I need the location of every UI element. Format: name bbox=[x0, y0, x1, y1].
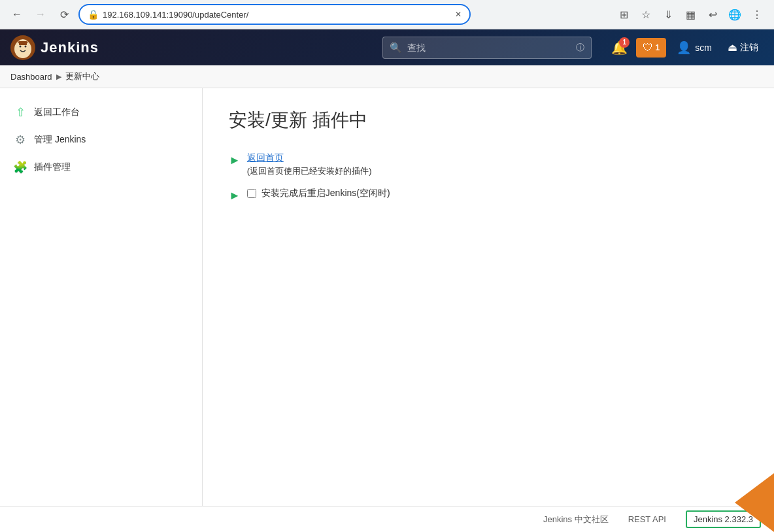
restart-label[interactable]: 安装完成后重启Jenkins(空闲时) bbox=[261, 188, 390, 199]
restart-checkbox[interactable] bbox=[247, 189, 256, 198]
user-icon: 👤 bbox=[677, 41, 691, 55]
jenkins-version-button[interactable]: Jenkins 2.332.3 bbox=[686, 510, 761, 528]
shield-icon: 🛡 bbox=[643, 42, 653, 54]
address-text: 192.168.109.141:19090/updateCenter/ bbox=[103, 10, 451, 20]
security-icon: 🔒 bbox=[88, 9, 99, 20]
bookmark-icon[interactable]: ☆ bbox=[637, 5, 655, 24]
undo-icon[interactable]: ↩ bbox=[703, 5, 722, 24]
breadcrumb-separator: ▶ bbox=[56, 73, 61, 81]
browser-chrome: ← → ⟳ 🔒 192.168.109.141:19090/updateCent… bbox=[0, 0, 774, 29]
svg-point-3 bbox=[25, 45, 27, 47]
restart-arrow-icon: ► bbox=[229, 189, 241, 203]
shield-count: 1 bbox=[655, 43, 660, 52]
forward-button[interactable]: → bbox=[31, 5, 50, 24]
translate-icon[interactable]: 🌐 bbox=[726, 5, 744, 24]
sidebar: ⇧ 返回工作台 ⚙ 管理 Jenkins 🧩 插件管理 bbox=[0, 88, 203, 506]
download-icon[interactable]: ⇓ bbox=[659, 5, 677, 24]
jenkins-title: Jenkins bbox=[41, 39, 99, 56]
breadcrumb-current: 更新中心 bbox=[65, 71, 99, 82]
breadcrumb: Dashboard ▶ 更新中心 bbox=[0, 65, 774, 88]
restart-checkbox-container: 安装完成后重启Jenkins(空闲时) bbox=[247, 188, 390, 199]
shield-button[interactable]: 🛡 1 bbox=[636, 38, 666, 58]
back-home-desc: (返回首页使用已经安装好的插件) bbox=[247, 165, 372, 177]
jenkins-header: Jenkins 🔍 ⓘ 🔔 1 🛡 1 👤 scm ⏏ 注销 bbox=[0, 29, 774, 65]
main-layout: ⇧ 返回工作台 ⚙ 管理 Jenkins 🧩 插件管理 安装/更新 插件中 ► … bbox=[0, 88, 774, 506]
logout-label: 注销 bbox=[740, 42, 758, 54]
username-label: scm bbox=[695, 42, 712, 53]
rest-api-link[interactable]: REST API bbox=[628, 514, 666, 524]
sidebar-item-back-workspace[interactable]: ⇧ 返回工作台 bbox=[0, 99, 202, 126]
notification-badge: 1 bbox=[619, 37, 630, 48]
back-home-link[interactable]: 返回首页 bbox=[247, 152, 372, 164]
svg-rect-5 bbox=[16, 42, 19, 48]
svg-rect-4 bbox=[18, 41, 28, 45]
clear-icon: ✕ bbox=[455, 10, 462, 19]
svg-rect-6 bbox=[27, 42, 29, 48]
restart-action: ► 安装完成后重启Jenkins(空闲时) bbox=[229, 188, 748, 203]
back-button[interactable]: ← bbox=[8, 5, 26, 24]
browser-action-buttons: ⊞ ☆ ⇓ ▦ ↩ 🌐 ⋮ bbox=[614, 5, 766, 24]
notification-button[interactable]: 🔔 1 bbox=[607, 36, 631, 59]
search-help-icon[interactable]: ⓘ bbox=[576, 42, 584, 54]
search-bar[interactable]: 🔍 ⓘ bbox=[382, 37, 592, 59]
svg-point-2 bbox=[20, 45, 22, 47]
page-title: 安装/更新 插件中 bbox=[229, 108, 748, 133]
sidebar-item-plugin-manager[interactable]: 🧩 插件管理 bbox=[0, 154, 202, 181]
logout-button[interactable]: ⏏ 注销 bbox=[722, 39, 764, 56]
reload-button[interactable]: ⟳ bbox=[55, 5, 73, 24]
user-info[interactable]: 👤 scm bbox=[671, 38, 717, 58]
logout-icon: ⏏ bbox=[728, 41, 737, 54]
plugin-manager-icon: 🧩 bbox=[13, 160, 27, 175]
extensions-icon[interactable]: ⊞ bbox=[614, 5, 633, 24]
search-input[interactable] bbox=[407, 42, 571, 53]
back-home-action: ► 返回首页 (返回首页使用已经安装好的插件) bbox=[229, 152, 748, 177]
header-actions: 🔔 1 🛡 1 👤 scm ⏏ 注销 bbox=[607, 36, 764, 59]
jenkins-logo[interactable]: Jenkins bbox=[10, 35, 99, 60]
community-link[interactable]: Jenkins 中文社区 bbox=[543, 514, 609, 525]
search-icon: 🔍 bbox=[390, 42, 402, 54]
sidebar-item-back-workspace-label: 返回工作台 bbox=[34, 107, 80, 118]
screenshot-icon[interactable]: ▦ bbox=[681, 5, 699, 24]
sidebar-item-manage-jenkins-label: 管理 Jenkins bbox=[34, 134, 86, 146]
breadcrumb-dashboard[interactable]: Dashboard bbox=[10, 72, 52, 82]
back-home-arrow-icon: ► bbox=[229, 154, 241, 167]
back-workspace-icon: ⇧ bbox=[13, 105, 27, 120]
footer: Jenkins 中文社区 REST API Jenkins 2.332.3 bbox=[0, 506, 774, 532]
menu-icon[interactable]: ⋮ bbox=[748, 5, 766, 24]
sidebar-item-plugin-manager-label: 插件管理 bbox=[34, 161, 71, 173]
manage-jenkins-icon: ⚙ bbox=[13, 133, 27, 147]
address-bar[interactable]: 🔒 192.168.109.141:19090/updateCenter/ ✕ bbox=[78, 4, 471, 25]
sidebar-item-manage-jenkins[interactable]: ⚙ 管理 Jenkins bbox=[0, 126, 202, 154]
jenkins-avatar bbox=[10, 35, 35, 60]
main-content: 安装/更新 插件中 ► 返回首页 (返回首页使用已经安装好的插件) ► 安装完成… bbox=[203, 88, 774, 506]
